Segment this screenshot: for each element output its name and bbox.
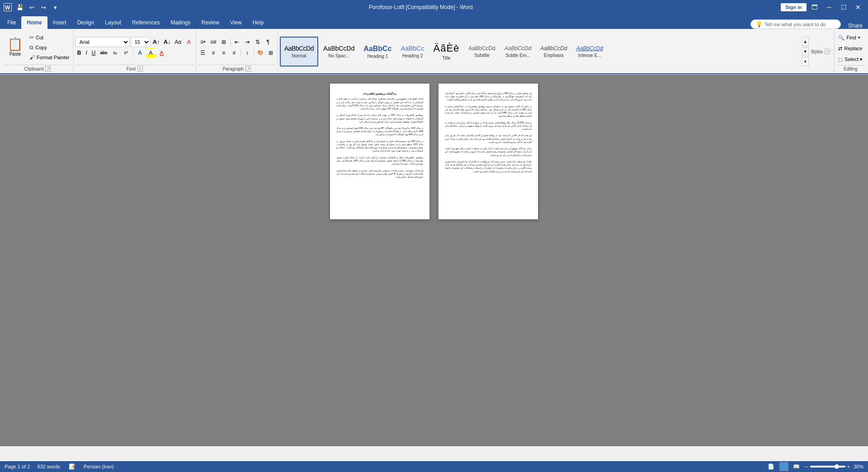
numbering-btn[interactable]: ≡# bbox=[208, 37, 218, 47]
save-quick-btn[interactable]: 💾 bbox=[14, 2, 25, 13]
style-heading2[interactable]: AaBbCc Heading 2 bbox=[397, 37, 429, 66]
replace-button[interactable]: ⇄ Replace bbox=[836, 43, 864, 53]
bullets-btn[interactable]: ≡• bbox=[198, 37, 208, 47]
style-title[interactable]: ÄãÈè Title bbox=[429, 37, 464, 66]
shrink-font-btn[interactable]: A↓ bbox=[162, 37, 172, 47]
styles-more-btn[interactable]: ▾ bbox=[802, 57, 809, 66]
align-right-btn[interactable]: ≡ bbox=[219, 48, 229, 58]
style-no-spacing[interactable]: AaBbCcDd No Spac... bbox=[319, 37, 359, 66]
style-normal[interactable]: AaBbCcDd Normal bbox=[280, 37, 318, 66]
format-painter-label: Format Painter bbox=[37, 55, 70, 60]
tab-insert[interactable]: Insert bbox=[47, 16, 72, 29]
style-subtle-em-label: Subtle Em... bbox=[505, 53, 530, 58]
superscript-button[interactable]: x² bbox=[121, 48, 131, 58]
align-center-btn[interactable]: ≡ bbox=[208, 48, 218, 58]
shading-btn[interactable]: 🎨 bbox=[255, 48, 265, 58]
clipboard-group-label: Clipboard ↗ bbox=[4, 65, 71, 72]
style-subtle-em-preview: AaBbCcDd bbox=[505, 45, 531, 52]
styles-scroll-down[interactable]: ▼ bbox=[802, 47, 809, 56]
font-color-btn[interactable]: A bbox=[157, 48, 167, 58]
increase-indent-btn[interactable]: ⇥ bbox=[242, 37, 252, 47]
subscript-button[interactable]: x₂ bbox=[110, 48, 120, 58]
style-emphasis[interactable]: AaBbCcDd Emphasis bbox=[536, 37, 571, 66]
signin-button[interactable]: Sign in bbox=[781, 3, 807, 11]
find-dropdown-icon: ▾ bbox=[858, 35, 860, 40]
copy-button[interactable]: ⧉ Copy bbox=[28, 43, 71, 52]
borders-btn[interactable]: ⊞ bbox=[266, 48, 276, 58]
tab-view[interactable]: View bbox=[225, 16, 247, 29]
clear-formatting-btn[interactable]: A bbox=[184, 37, 194, 47]
ribbon-bottom-border bbox=[0, 73, 868, 74]
style-intense-e[interactable]: AaBbCcDd Intense E... bbox=[572, 37, 607, 66]
style-subtle-em[interactable]: AaBbCcDd Subtle Em... bbox=[500, 37, 535, 66]
copy-label: Copy bbox=[35, 45, 47, 50]
underline-button[interactable]: U bbox=[90, 48, 98, 58]
maximize-btn[interactable]: ☐ bbox=[837, 1, 850, 14]
style-normal-label: Normal bbox=[292, 53, 306, 58]
tab-layout[interactable]: Layout bbox=[99, 16, 127, 29]
redo-quick-btn[interactable]: ↪ bbox=[38, 2, 49, 13]
tab-references[interactable]: References bbox=[127, 16, 165, 29]
share-btn[interactable]: Share bbox=[844, 23, 866, 29]
select-icon: ⬚ bbox=[838, 57, 843, 62]
style-emphasis-label: Emphasis bbox=[544, 53, 564, 58]
page-2-content[interactable]: این محقق ایرانی در سال 1994 در اروپا برا… bbox=[445, 92, 532, 173]
styles-expand-btn[interactable]: ↗ bbox=[825, 49, 830, 54]
select-button[interactable]: ⬚ Select ▾ bbox=[836, 54, 864, 64]
paragraph-expand-btn[interactable]: ↗ bbox=[245, 66, 251, 71]
bold-button[interactable]: B bbox=[75, 48, 83, 58]
font-size-select[interactable]: 15 bbox=[131, 37, 151, 47]
tab-help[interactable]: Help bbox=[247, 16, 269, 29]
tab-review[interactable]: Review bbox=[196, 16, 224, 29]
svg-text:W: W bbox=[5, 5, 10, 11]
styles-list: AaBbCcDd Normal AaBbCcDd No Spac... AaBb… bbox=[280, 37, 801, 66]
tab-file[interactable]: File bbox=[2, 16, 21, 29]
tab-home[interactable]: Home bbox=[21, 16, 47, 29]
editing-group-label: Editing bbox=[836, 65, 864, 72]
close-btn[interactable]: ✕ bbox=[852, 1, 864, 14]
paste-button[interactable]: 📋 Paste bbox=[4, 33, 27, 62]
title-bar-left: W 💾 ↩ ↪ ▾ bbox=[4, 2, 61, 13]
decrease-indent-btn[interactable]: ⇤ bbox=[232, 37, 242, 47]
change-case-btn[interactable]: Aα bbox=[173, 37, 183, 47]
font-controls: Arial 15 A↑ A↓ Aα A B I U abc bbox=[75, 37, 194, 58]
tab-design[interactable]: Design bbox=[72, 16, 99, 29]
highlight-color-btn[interactable]: A bbox=[146, 48, 156, 58]
style-heading1[interactable]: AaBbCc Heading 1 bbox=[359, 37, 396, 66]
tell-me-input[interactable]: 💡 Tell me what you want to do bbox=[750, 19, 841, 29]
grow-font-btn[interactable]: A↑ bbox=[151, 37, 161, 47]
multilevel-btn[interactable]: ⊞ bbox=[219, 37, 229, 47]
clipboard-expand-btn[interactable]: ↗ bbox=[45, 66, 51, 71]
style-heading2-preview: AaBbCc bbox=[401, 45, 424, 52]
replace-label: Replace bbox=[844, 46, 862, 51]
page-1-content[interactable]: استاد لطفی‌زاده، مشهورترین ریاضیدان و فن… bbox=[336, 97, 423, 179]
undo-quick-btn[interactable]: ↩ bbox=[26, 2, 37, 13]
ribbon: File Home Insert Design Layout Reference… bbox=[0, 14, 868, 75]
justify-btn[interactable]: ≡ bbox=[229, 48, 239, 58]
styles-scroll-up[interactable]: ▲ bbox=[802, 37, 809, 46]
style-subtitle[interactable]: AaBbCcDd Subtitle bbox=[464, 37, 499, 66]
copy-icon: ⧉ bbox=[29, 44, 33, 51]
cut-button[interactable]: ✂ Cut bbox=[28, 33, 71, 42]
tab-mailings[interactable]: Mailings bbox=[165, 16, 196, 29]
restore-window-btn[interactable]: 🗖 bbox=[808, 1, 821, 14]
strikethrough-button[interactable]: abc bbox=[98, 48, 109, 58]
document-area: زندگینامه پروفسور لطفی‌زاده استاد لطفی‌ز… bbox=[0, 75, 868, 446]
font-expand-btn[interactable]: ↗ bbox=[137, 66, 143, 71]
customize-quick-btn[interactable]: ▾ bbox=[50, 2, 61, 13]
style-no-spacing-preview: AaBbCcDd bbox=[323, 45, 354, 52]
minimize-btn[interactable]: ─ bbox=[823, 1, 835, 14]
sort-btn[interactable]: ⇅ bbox=[253, 37, 263, 47]
show-formatting-btn[interactable]: ¶ bbox=[263, 37, 273, 47]
find-button[interactable]: 🔍 Find ▾ bbox=[836, 33, 862, 42]
text-effects-btn[interactable]: A bbox=[135, 48, 145, 58]
style-emphasis-preview: AaBbCcDd bbox=[540, 45, 567, 52]
line-spacing-btn[interactable]: ↕ bbox=[242, 48, 252, 58]
align-left-btn[interactable]: ☰ bbox=[198, 48, 208, 58]
font-name-select[interactable]: Arial bbox=[75, 37, 130, 47]
format-painter-button[interactable]: 🖌 Format Painter bbox=[28, 53, 71, 62]
style-heading2-label: Heading 2 bbox=[402, 53, 423, 58]
paste-label: Paste bbox=[9, 52, 21, 57]
italic-button[interactable]: I bbox=[84, 48, 89, 58]
styles-group: AaBbCcDd Normal AaBbCcDd No Spac... AaBb… bbox=[278, 30, 835, 73]
